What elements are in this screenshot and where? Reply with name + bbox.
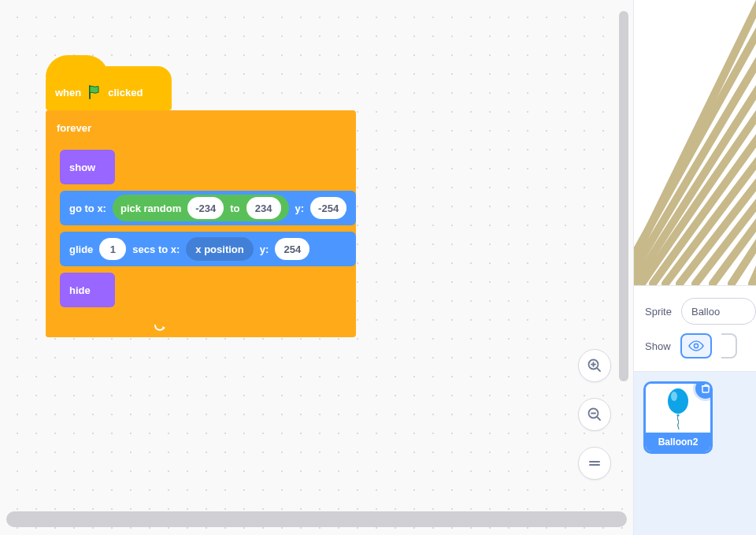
x-position-reporter[interactable]: x position [186,237,253,261]
loop-arrow-icon [153,318,167,332]
sprite-label: Sprite [645,306,672,318]
glide-secs-input[interactable]: 1 [99,238,126,260]
forever-children: show go to x: pick random -234 to 234 [60,145,356,312]
random-max-input[interactable]: 234 [246,197,281,219]
sprite-name-value: Balloo [691,306,720,318]
green-flag-icon [86,84,103,101]
glide-y-input[interactable]: 254 [275,238,309,260]
sprite-list[interactable]: Balloon2 [634,372,756,535]
svg-point-27 [668,388,688,414]
cblock-spine [46,145,60,312]
vertical-scrollbar-thumb[interactable] [619,11,628,381]
show-label: show [69,162,95,173]
show-block[interactable]: show [60,150,115,184]
stage-preview[interactable] [634,0,756,285]
svg-point-21 [694,344,698,347]
goto-x-label: go to x: [69,202,106,214]
hat-suffix: clicked [108,87,143,98]
show-sprite-button[interactable] [680,333,712,359]
hide-sprite-button[interactable] [721,333,737,359]
script-stack[interactable]: when clicked forever sho [46,66,356,337]
hide-label: hide [69,284,91,296]
glide-block[interactable]: glide 1 secs to x: x position y: 254 [60,232,356,266]
app-root: when clicked forever sho [0,0,756,535]
random-min-input[interactable]: -234 [187,197,224,219]
sprite-tile-balloon2[interactable]: Balloon2 [643,381,713,454]
blocks-workspace[interactable]: when clicked forever sho [0,0,633,535]
sprite-name-input[interactable]: Balloo [681,298,756,325]
sprite-info-panel: Sprite Balloo Show [634,285,756,372]
trash-icon [700,383,711,394]
svg-line-1 [597,368,600,371]
right-panel: Sprite Balloo Show [633,0,756,535]
zoom-controls [578,349,611,480]
svg-point-28 [671,392,677,401]
balloon-icon [662,387,694,429]
backdrop-rays-icon [634,0,756,285]
go-to-xy-block[interactable]: go to x: pick random -234 to 234 y: -254 [60,191,356,225]
pick-random-prefix: pick random [120,202,181,214]
glide-label: glide [69,243,93,255]
forever-block[interactable]: forever show go to x: [46,110,356,337]
vertical-scrollbar[interactable] [619,11,628,381]
sprite-tile-label: Balloon2 [646,433,710,451]
eye-icon [688,340,704,351]
glide-y-label: y: [260,243,269,255]
hat-prefix: when [55,87,81,98]
zoom-in-button[interactable] [578,349,611,382]
goto-y-label: y: [295,202,305,214]
svg-rect-22 [702,386,709,392]
zoom-reset-button[interactable] [578,447,611,480]
hide-block[interactable]: hide [60,273,115,307]
forever-label: forever [57,122,91,134]
horizontal-scrollbar[interactable] [6,511,627,527]
zoom-out-button[interactable] [578,398,611,431]
pick-random-reporter[interactable]: pick random -234 to 234 [113,195,289,221]
pick-random-to: to [230,202,239,214]
when-flag-clicked-block[interactable]: when clicked [46,66,172,110]
svg-line-5 [597,417,600,420]
glide-secs-to-x-label: secs to x: [132,243,180,255]
goto-y-input[interactable]: -254 [310,197,346,219]
show-label: Show [645,340,671,352]
